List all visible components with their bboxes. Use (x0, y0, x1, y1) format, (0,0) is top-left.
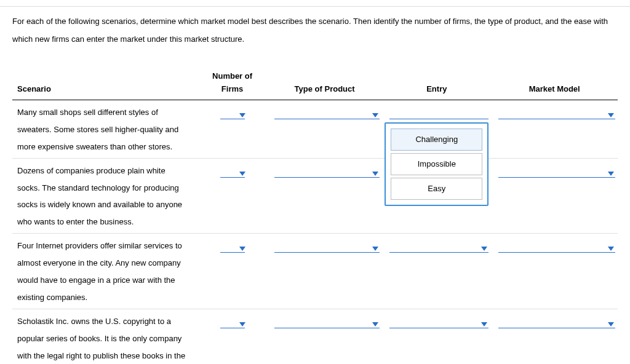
firms-dropdown[interactable] (220, 106, 245, 119)
model-dropdown[interactable] (498, 315, 615, 328)
model-dropdown[interactable] (498, 240, 615, 253)
chevron-down-icon (239, 113, 245, 117)
table-row: Dozens of companies produce plain white … (12, 158, 618, 234)
firms-dropdown[interactable] (220, 165, 245, 178)
product-dropdown[interactable] (274, 165, 380, 178)
table-row: Scholastik Inc. owns the U.S. copyright … (12, 309, 618, 364)
table-row: Four Internet providers offer similar se… (12, 234, 618, 309)
scenario-text: Many small shops sell different styles o… (12, 100, 197, 158)
entry-dropdown[interactable] (389, 315, 488, 328)
chevron-down-icon (239, 247, 245, 251)
chevron-down-icon (481, 322, 487, 326)
chevron-down-icon (608, 322, 614, 326)
dropdown-option-easy[interactable]: Easy (391, 178, 482, 200)
chevron-down-icon (239, 172, 245, 176)
chevron-down-icon (608, 247, 614, 251)
entry-dropdown[interactable] (389, 240, 488, 253)
col-firms: Number of Firms (197, 70, 267, 100)
scenario-text: Dozens of companies produce plain white … (12, 158, 197, 234)
chevron-down-icon (481, 247, 487, 251)
table-row: Many small shops sell different styles o… (12, 100, 618, 158)
col-entry: Entry (382, 70, 491, 100)
question-instructions: For each of the following scenarios, det… (12, 13, 618, 48)
firms-dropdown[interactable] (220, 240, 245, 253)
product-dropdown[interactable] (274, 106, 380, 119)
scenario-table: Scenario Number of Firms Type of Product… (12, 70, 618, 364)
entry-dropdown[interactable] (389, 106, 488, 119)
chevron-down-icon (372, 113, 378, 117)
dropdown-option-challenging[interactable]: Challenging (391, 129, 482, 151)
model-dropdown[interactable] (498, 165, 615, 178)
col-product: Type of Product (267, 70, 382, 100)
product-dropdown[interactable] (274, 240, 380, 253)
chevron-down-icon (608, 172, 614, 176)
model-dropdown[interactable] (498, 106, 615, 119)
chevron-down-icon (372, 322, 378, 326)
product-dropdown[interactable] (274, 315, 380, 328)
firms-dropdown[interactable] (220, 315, 245, 328)
col-model: Market Model (491, 70, 618, 100)
chevron-down-icon (608, 113, 614, 117)
scenario-text: Scholastik Inc. owns the U.S. copyright … (12, 309, 197, 364)
col-scenario: Scenario (12, 70, 197, 100)
chevron-down-icon (239, 322, 245, 326)
dropdown-option-impossible[interactable]: Impossible (391, 153, 482, 175)
chevron-down-icon (372, 247, 378, 251)
chevron-down-icon (372, 172, 378, 176)
entry-dropdown-menu: Challenging Impossible Easy (385, 122, 488, 206)
scenario-text: Four Internet providers offer similar se… (12, 234, 197, 309)
